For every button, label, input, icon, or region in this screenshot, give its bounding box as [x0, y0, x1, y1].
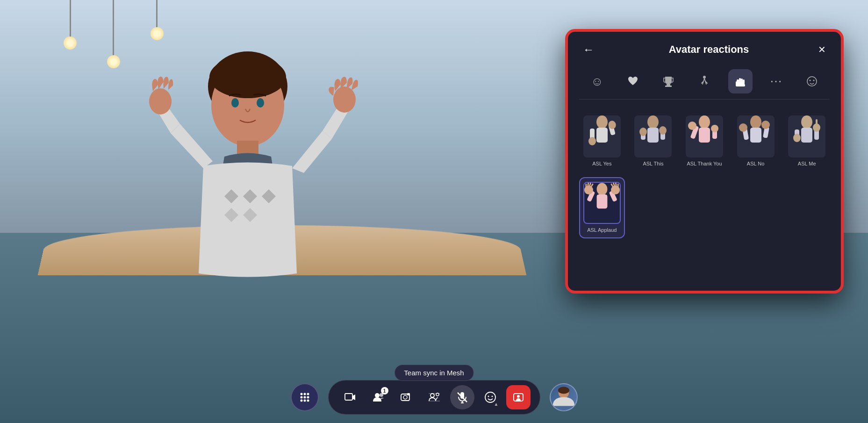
svg-point-6: [149, 88, 172, 115]
svg-point-73: [303, 400, 306, 402]
svg-point-52: [596, 183, 607, 196]
svg-line-64: [613, 183, 614, 186]
svg-point-74: [307, 400, 309, 402]
svg-point-26: [607, 120, 617, 130]
svg-point-19: [809, 80, 811, 81]
tab-trophy[interactable]: [656, 69, 681, 93]
svg-point-68: [307, 393, 309, 395]
video-button[interactable]: [422, 385, 446, 409]
svg-point-39: [750, 115, 761, 129]
svg-line-58: [589, 183, 590, 186]
tab-hand[interactable]: [728, 69, 753, 93]
reactions-chevron: ▲: [494, 401, 499, 407]
tab-dance[interactable]: [692, 69, 717, 93]
reaction-asl-this[interactable]: ASL This: [631, 111, 676, 172]
reaction-asl-no[interactable]: ASL No: [733, 111, 779, 172]
svg-point-96: [558, 387, 569, 394]
reaction-asl-yes[interactable]: ASL Yes: [579, 111, 625, 172]
svg-line-65: [611, 184, 613, 186]
svg-point-66: [300, 393, 302, 395]
reaction-label-asl-this: ASL This: [643, 160, 663, 167]
svg-point-81: [430, 394, 434, 397]
avatar-thumbnail[interactable]: [550, 383, 578, 411]
svg-point-93: [517, 395, 520, 398]
reaction-avatar-asl-me: [788, 115, 825, 158]
reactions-grid: ASL Yes ASL This: [579, 111, 830, 238]
svg-point-45: [801, 115, 812, 129]
svg-rect-28: [647, 128, 659, 143]
svg-point-71: [307, 396, 309, 399]
category-tabs: ☺: [579, 69, 830, 100]
svg-point-24: [588, 137, 596, 145]
camera-button[interactable]: [394, 385, 418, 409]
svg-point-79: [403, 395, 407, 399]
svg-point-33: [699, 115, 710, 129]
panel-header: ← Avatar reactions ✕: [579, 41, 830, 58]
svg-point-91: [491, 396, 493, 397]
svg-rect-22: [596, 128, 608, 143]
reaction-asl-applaud[interactable]: ASL Applaud: [579, 177, 625, 238]
app-grid-button[interactable]: [291, 383, 319, 411]
svg-rect-34: [699, 128, 710, 143]
reactions-button[interactable]: ▲: [478, 385, 502, 409]
participants-button[interactable]: 1: [366, 385, 390, 409]
reaction-avatar-asl-yes: [583, 115, 621, 158]
svg-point-3: [231, 98, 239, 108]
reaction-asl-me[interactable]: ASL Me: [784, 111, 830, 172]
bottom-controls: 1: [291, 380, 578, 415]
svg-point-8: [634, 77, 637, 80]
svg-point-69: [300, 396, 302, 399]
reaction-avatar-asl-thank-you: [686, 115, 723, 158]
tab-face[interactable]: [800, 69, 824, 93]
svg-point-38: [711, 125, 718, 132]
reaction-label-asl-me: ASL Me: [798, 160, 816, 167]
svg-point-42: [739, 123, 747, 132]
svg-point-36: [688, 122, 696, 130]
tab-emoji[interactable]: ☺: [585, 69, 609, 93]
svg-line-57: [588, 183, 588, 186]
reaction-avatar-asl-this: [634, 115, 672, 158]
svg-point-32: [659, 126, 667, 135]
svg-point-27: [647, 115, 659, 129]
svg-point-20: [813, 80, 814, 81]
panel-title: Avatar reactions: [603, 43, 814, 56]
pendant-light-3: [156, 0, 158, 28]
reaction-avatar-asl-no: [737, 115, 775, 158]
avatar-figure: [119, 49, 376, 376]
svg-point-44: [761, 121, 770, 129]
svg-rect-10: [665, 86, 672, 87]
reaction-asl-thank-you[interactable]: ASL Thank You: [681, 111, 727, 172]
svg-rect-17: [736, 84, 745, 86]
svg-point-90: [488, 396, 489, 397]
reaction-label-asl-yes: ASL Yes: [592, 160, 611, 167]
back-button[interactable]: ←: [579, 41, 598, 58]
svg-rect-46: [801, 128, 812, 143]
svg-point-21: [596, 115, 608, 129]
pendant-light-1: [70, 0, 71, 37]
tab-more[interactable]: ⋯: [764, 69, 788, 93]
svg-point-48: [793, 134, 801, 142]
reaction-avatar-asl-applaud: [583, 182, 621, 224]
reactions-panel: ← Avatar reactions ✕ ☺: [567, 30, 842, 292]
reaction-label-asl-thank-you: ASL Thank You: [687, 160, 722, 167]
tab-hearts[interactable]: [621, 69, 645, 93]
close-button[interactable]: ✕: [814, 42, 830, 57]
mute-button[interactable]: [450, 385, 474, 409]
svg-point-76: [375, 393, 380, 398]
svg-rect-80: [407, 393, 410, 395]
share-button[interactable]: [506, 385, 531, 409]
svg-line-63: [616, 183, 616, 186]
reaction-label-asl-applaud: ASL Applaud: [587, 227, 617, 233]
svg-point-4: [257, 98, 264, 108]
toolbar-pill: 1: [328, 380, 540, 415]
svg-point-18: [807, 77, 817, 86]
reaction-label-asl-no: ASL No: [747, 160, 765, 167]
svg-rect-75: [345, 394, 352, 400]
scene-button[interactable]: [338, 385, 362, 409]
svg-rect-53: [596, 194, 607, 208]
svg-rect-40: [750, 128, 761, 143]
svg-point-30: [639, 128, 647, 136]
avatar-container: [84, 37, 411, 388]
team-sync-label: Team sync in Mesh: [394, 365, 473, 381]
svg-point-7: [333, 86, 356, 113]
